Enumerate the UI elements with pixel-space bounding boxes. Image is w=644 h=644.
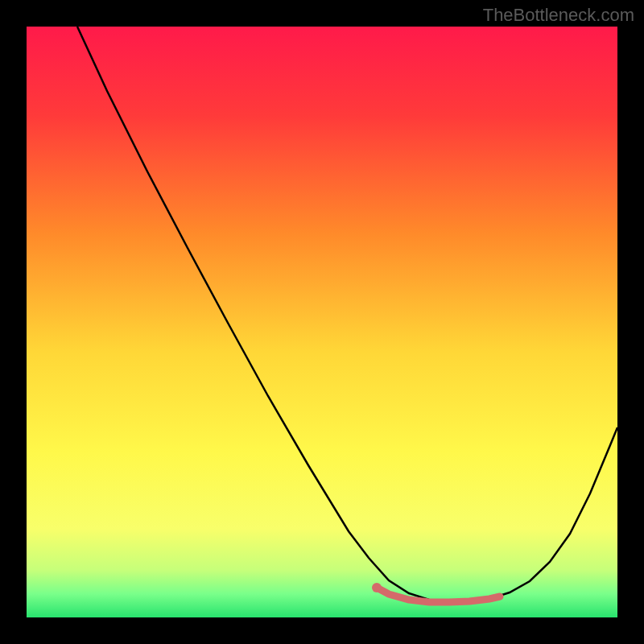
gradient-background bbox=[27, 27, 617, 617]
chart-svg bbox=[27, 27, 617, 617]
optimal-start-marker bbox=[372, 583, 382, 592]
chart-plot-area bbox=[27, 27, 617, 617]
watermark-text: TheBottleneck.com bbox=[483, 5, 634, 26]
